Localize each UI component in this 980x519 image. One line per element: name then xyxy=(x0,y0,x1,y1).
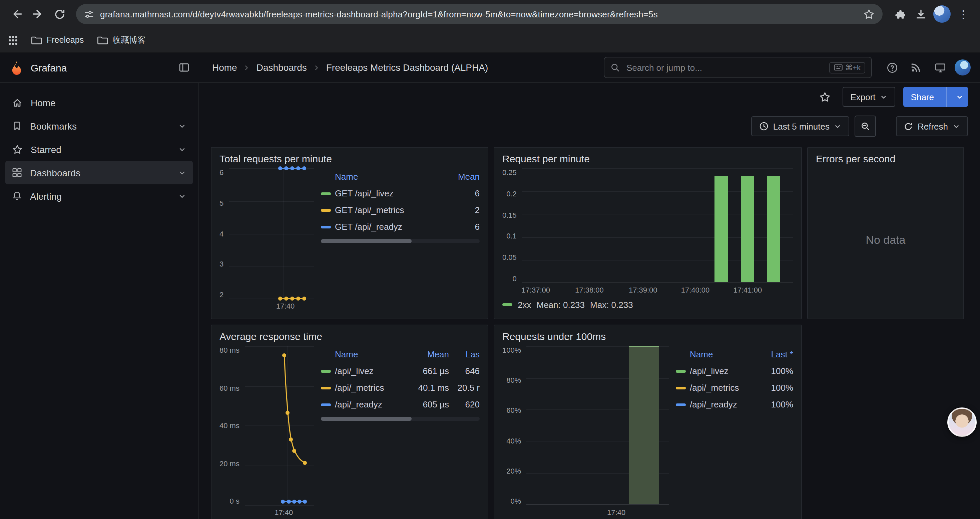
sidebar: Home Bookmarks Starred Dashboards Alerti… xyxy=(0,83,199,519)
legend-row: /api/_readyz605 µs620 xyxy=(321,396,480,413)
legend-table: NameMean GET /api/_livez6 GET /api/_metr… xyxy=(321,168,480,312)
profile-avatar[interactable] xyxy=(932,4,952,24)
bookmark-freeleaps[interactable]: Freeleaps xyxy=(31,35,84,45)
site-settings-icon[interactable] xyxy=(84,9,94,19)
search-input[interactable] xyxy=(625,62,824,73)
chevron-right-icon xyxy=(313,64,320,71)
chevron-down-icon[interactable] xyxy=(178,169,186,177)
legend-header-last[interactable]: Las xyxy=(453,349,480,359)
legend-mean: Mean: 0.233 xyxy=(536,300,585,310)
keyboard-shortcut-badge: ⌘+k xyxy=(829,62,865,73)
scrollbar-thumb[interactable] xyxy=(321,417,411,421)
url-text[interactable]: grafana.mathmast.com/d/deytv4rwavabkb/fr… xyxy=(100,9,857,19)
url-bar[interactable]: grafana.mathmast.com/d/deytv4rwavabkb/fr… xyxy=(76,4,883,24)
series-color-swatch xyxy=(502,303,512,306)
panel-title[interactable]: Request per minute xyxy=(502,153,793,164)
sidebar-item-label: Alerting xyxy=(30,191,62,201)
y-axis: 65432 xyxy=(220,168,229,299)
dashboard-toolbar: Export Share xyxy=(199,83,980,111)
legend-row: GET /api/_metrics2 xyxy=(321,202,480,219)
legend-header-mean[interactable]: Mean xyxy=(446,172,480,182)
scrollbar-thumb[interactable] xyxy=(321,239,411,243)
legend-header-last[interactable]: Last * xyxy=(760,349,793,359)
refresh-interval-caret[interactable] xyxy=(953,123,960,130)
forward-icon[interactable] xyxy=(28,4,48,24)
zoom-out-icon[interactable] xyxy=(855,115,876,137)
favorite-star-icon[interactable] xyxy=(816,88,834,106)
grafana-brand: Grafana xyxy=(31,62,67,73)
legend-header-name[interactable]: Name xyxy=(676,349,756,359)
export-button[interactable]: Export xyxy=(842,87,895,107)
chevron-down-icon[interactable] xyxy=(178,145,186,153)
series-color-swatch xyxy=(321,370,331,372)
bookmark-blog[interactable]: 收藏博客 xyxy=(97,34,146,46)
panel-title[interactable]: Total requests per minute xyxy=(220,153,480,164)
sidebar-item-dashboards[interactable]: Dashboards xyxy=(5,161,193,184)
breadcrumb-dashboards[interactable]: Dashboards xyxy=(256,62,307,73)
apps-grid-icon[interactable] xyxy=(8,35,18,45)
legend-row: /api/_metrics40.1 ms20.5 r xyxy=(321,379,480,396)
panel-errors-per-second: Errors per second No data xyxy=(807,147,964,319)
chevron-down-icon xyxy=(880,93,888,101)
plot-area xyxy=(522,168,793,283)
panel-request-per-minute: Request per minute 0.250.20.150.10.050 xyxy=(494,147,802,319)
chevron-down-icon[interactable] xyxy=(178,192,186,200)
grafana-logo[interactable] xyxy=(10,60,24,75)
news-rss-icon[interactable] xyxy=(907,58,925,77)
browser-menu-icon[interactable]: ⋮ xyxy=(953,4,973,24)
sidebar-item-bookmarks[interactable]: Bookmarks xyxy=(5,114,193,137)
chevron-down-icon[interactable] xyxy=(178,122,186,130)
bookmark-star-icon[interactable] xyxy=(863,8,875,20)
series-metrics-curve xyxy=(245,346,314,505)
kiosk-monitor-icon[interactable] xyxy=(931,58,949,77)
assistant-avatar[interactable] xyxy=(947,407,977,437)
legend-table: NameMeanLas /api/_livez661 µs646 /api/_m… xyxy=(321,346,480,518)
chevron-right-icon xyxy=(243,64,250,71)
back-icon[interactable] xyxy=(7,4,27,24)
panel-title[interactable]: Requests under 100ms xyxy=(502,331,793,342)
legend-scrollbar[interactable] xyxy=(321,239,480,243)
sidebar-item-home[interactable]: Home xyxy=(5,91,193,114)
breadcrumb: Home Dashboards Freeleaps Metrics Dashbo… xyxy=(212,62,488,73)
panel-title[interactable]: Average response time xyxy=(220,331,480,342)
time-range-picker[interactable]: Last 5 minutes xyxy=(751,116,850,136)
reload-icon[interactable] xyxy=(49,4,69,24)
x-axis: 17:37:00 17:38:00 17:39:00 17:40:00 17:4… xyxy=(525,283,793,296)
timeseries-chart: 80 ms60 ms40 ms20 ms0 s xyxy=(220,346,314,518)
plot-area xyxy=(245,346,314,505)
grafana-brand-area: Grafana xyxy=(0,60,199,75)
panel-total-requests-per-minute: Total requests per minute 65432 xyxy=(211,147,488,319)
dashboards-grid-icon xyxy=(12,168,22,178)
series-color-swatch xyxy=(321,225,331,228)
user-avatar[interactable] xyxy=(955,59,970,75)
legend-max: Max: 0.233 xyxy=(590,300,633,310)
share-menu-caret[interactable] xyxy=(951,87,968,107)
breadcrumb-home[interactable]: Home xyxy=(212,62,237,73)
browser-window: grafana.mathmast.com/d/deytv4rwavabkb/fr… xyxy=(0,0,980,519)
bar-2xx xyxy=(767,176,780,282)
panel-title[interactable]: Errors per second xyxy=(816,153,955,164)
bar-chart: 0.250.20.150.10.050 xyxy=(502,168,793,296)
legend-series-name[interactable]: 2xx xyxy=(518,300,531,310)
series-color-swatch xyxy=(321,209,331,211)
help-icon[interactable] xyxy=(883,58,901,77)
timeseries-chart: 65432 xyxy=(220,168,314,312)
legend-header-mean[interactable]: Mean xyxy=(410,349,449,359)
plot-area xyxy=(229,168,314,299)
sidebar-toggle-icon[interactable] xyxy=(179,62,189,73)
y-axis: 100%80%60%40%20%0% xyxy=(502,346,527,505)
legend-header-name[interactable]: Name xyxy=(321,172,442,182)
no-data-message: No data xyxy=(816,168,955,312)
extensions-icon[interactable] xyxy=(889,4,909,24)
downloads-icon[interactable] xyxy=(911,4,931,24)
sidebar-item-starred[interactable]: Starred xyxy=(5,137,193,161)
search-bar[interactable]: ⌘+k xyxy=(604,57,872,78)
legend-scrollbar[interactable] xyxy=(321,417,480,421)
sidebar-item-alerting[interactable]: Alerting xyxy=(5,184,193,208)
series-color-swatch xyxy=(321,192,331,195)
share-button[interactable]: Share xyxy=(904,87,968,107)
legend: 2xx Mean: 0.233 Max: 0.233 xyxy=(502,297,793,312)
refresh-button[interactable]: Refresh xyxy=(896,116,968,136)
y-axis: 0.250.20.150.10.050 xyxy=(502,168,522,283)
legend-header-name[interactable]: Name xyxy=(321,349,406,359)
